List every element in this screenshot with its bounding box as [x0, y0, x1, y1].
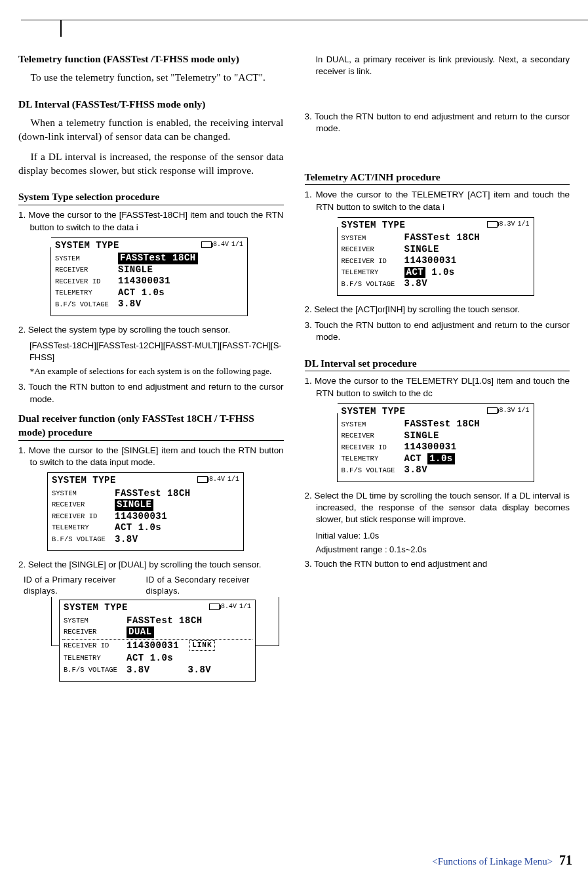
lcd-value: 114300031	[404, 441, 457, 453]
lcd-label: RECEIVER ID	[342, 443, 399, 452]
lcd-label: TELEMETRY	[52, 523, 109, 532]
lcd-title: SYSTEM TYPE	[342, 406, 406, 418]
callout-text: ID of a Primary receiver displays.	[24, 575, 146, 597]
lcd-label: B.F/S VOLTAGE	[55, 300, 113, 309]
lcd-label: RECEIVER	[342, 245, 399, 254]
lcd-value: FASSTest 18CH	[115, 488, 191, 500]
page-number: 71	[559, 853, 572, 867]
paragraph: If a DL interval is increased, the respo…	[18, 150, 284, 178]
lcd-label: RECEIVER ID	[55, 277, 113, 286]
lcd-title: SYSTEM TYPE	[52, 475, 116, 487]
lcd-label: RECEIVER	[64, 628, 121, 636]
lcd-title: SYSTEM TYPE	[342, 220, 406, 232]
lcd-value: 114300031	[118, 276, 170, 287]
step-subtext: [FASSTest-18CH][FASSTest-12CH][FASST-MUL…	[29, 340, 284, 363]
step-text: 3. Touch the RTN button to end adjustmen…	[305, 111, 570, 134]
lcd-value: ACT 1.0s	[127, 653, 173, 665]
battery-indicator: 8.3V1/1	[487, 220, 529, 229]
lcd-label: SYSTEM	[52, 489, 109, 498]
step-subtext: Adjustment range : 0.1s~2.0s	[315, 544, 570, 556]
lcd-label: RECEIVER	[55, 266, 113, 274]
section-title-system-type-proc: System Type selection procedure	[18, 190, 284, 205]
lcd-title: SYSTEM TYPE	[64, 602, 128, 614]
lcd-value: SINGLE	[118, 264, 153, 276]
lcd-value: FASSTest 18CH	[404, 419, 480, 430]
lcd-value: FASSTest 18CH	[404, 232, 480, 244]
step-text: 2. Select the DL time by scrolling the t…	[305, 490, 570, 526]
battery-indicator: 8.4V1/1	[197, 476, 239, 484]
paragraph: When a telemetry function is enabled, th…	[18, 116, 284, 144]
lcd-label: RECEIVER ID	[64, 642, 121, 650]
lcd-label: SYSTEM	[342, 420, 399, 429]
lcd-label: TELEMETRY	[342, 455, 399, 463]
lcd-value: 3.8V	[404, 278, 428, 290]
section-title-dual-rx-proc: Dual receiver function (only FASSTest 18…	[18, 412, 284, 441]
step-text: 1. Move the cursor to the [FASSTest-18CH…	[18, 209, 284, 233]
step-text: 3. Touch the RTN button to end adjustmen…	[305, 319, 570, 343]
section-title-dl-interval: DL Interval (FASSTest/T-FHSS mode only)	[18, 98, 284, 112]
step-subtext: Initial value: 1.0s	[315, 530, 570, 542]
step-text: 2. Select the system type by scrolling t…	[18, 324, 284, 336]
lcd-value: FASSTest 18CH	[127, 615, 203, 627]
step-text: 3. Touch the RTN button to end adjustmen…	[305, 558, 570, 570]
lcd-value-selected: SINGLE	[115, 499, 153, 511]
footnote: *An example of selections for each syste…	[30, 365, 284, 377]
lcd-value: 114300031	[115, 511, 167, 523]
battery-indicator: 8.4V1/1	[201, 241, 243, 249]
step-text: 2. Select the [SINGLE] or [DUAL] by scro…	[18, 559, 284, 571]
lcd-dual-figure: SYSTEM TYPE 8.4V1/1 SYSTEMFASSTest 18CH …	[45, 600, 281, 682]
lcd-screenshot: SYSTEM TYPE 8.3V1/1 SYSTEMFASSTest 18CH …	[338, 403, 534, 482]
lcd-value-selected: FASSTest 18CH	[118, 253, 198, 264]
footer-section-label: <Functions of Linkage Menu>	[432, 856, 553, 867]
lcd-value: 114300031	[127, 640, 179, 652]
section-title-telemetry-act-proc: Telemetry ACT/INH procedure	[305, 171, 570, 186]
lcd-label: SYSTEM	[342, 234, 399, 243]
lcd-value: 114300031	[404, 255, 457, 267]
lcd-title: SYSTEM TYPE	[55, 240, 119, 252]
lcd-label: RECEIVER ID	[342, 257, 399, 266]
lcd-label: SYSTEM	[64, 617, 121, 625]
lcd-label: SYSTEM	[55, 255, 113, 263]
lcd-screenshot: SYSTEM TYPE 8.4V1/1 SYSTEMFASSTest 18CH …	[59, 600, 256, 682]
page-header-rule	[21, 20, 24, 26]
lcd-label: B.F/S VOLTAGE	[64, 666, 121, 674]
callout-text: ID of a Secondary receiver displays.	[146, 575, 277, 597]
step-text: 1. Move the cursor to the [SINGLE] item …	[18, 445, 284, 468]
lcd-value: 3.8V3.8V	[127, 665, 211, 676]
lcd-label: RECEIVER	[52, 501, 109, 509]
section-title-telemetry-fn: Telemetry function (FASSTest /T-FHSS mod…	[18, 52, 284, 67]
lcd-value: ACT 1.0s	[115, 522, 161, 534]
battery-indicator: 8.4V1/1	[209, 603, 251, 611]
lcd-screenshot: SYSTEM TYPE 8.3V1/1 SYSTEMFASSTest 18CH …	[338, 217, 534, 296]
lcd-label: TELEMETRY	[55, 289, 113, 297]
lcd-label: RECEIVER	[342, 432, 399, 440]
lcd-label: B.F/S VOLTAGE	[342, 466, 399, 475]
lcd-label: TELEMETRY	[342, 268, 399, 277]
lcd-value: ACT 1.0s	[404, 453, 455, 465]
step-subtext: In DUAL, a primary receiver is link prev…	[315, 54, 570, 77]
lcd-value: ACT 1.0s	[404, 267, 455, 279]
lcd-value: 3.8V	[115, 534, 138, 546]
lcd-value: 3.8V	[118, 298, 142, 310]
lcd-screenshot: SYSTEM TYPE 8.4V1/1 SYSTEMFASSTest 18CH …	[51, 237, 248, 316]
lcd-label: B.F/S VOLTAGE	[342, 280, 399, 289]
step-text: 2. Select the [ACT]or[INH] by scrolling …	[305, 304, 570, 316]
lcd-value-selected: DUAL	[127, 626, 154, 638]
lcd-label: RECEIVER ID	[52, 512, 109, 521]
step-text: 1. Move the cursor to the TELEMETRY DL[1…	[305, 375, 570, 399]
lcd-value: ACT 1.0s	[118, 287, 165, 299]
step-text: 3. Touch the RTN button to end adjustmen…	[18, 381, 284, 405]
lcd-screenshot: SYSTEM TYPE 8.4V1/1 SYSTEMFASSTest 18CH …	[47, 472, 244, 551]
lcd-value: 3.8V	[404, 464, 428, 476]
lcd-label: TELEMETRY	[64, 654, 121, 663]
page-footer: <Functions of Linkage Menu> 71	[432, 851, 572, 869]
lcd-label: B.F/S VOLTAGE	[52, 535, 109, 544]
lcd-link-label: LINK	[189, 640, 214, 651]
paragraph: To use the telemetry function, set "Tele…	[18, 71, 284, 85]
battery-indicator: 8.3V1/1	[487, 407, 529, 415]
section-title-dl-interval-proc: DL Interval set procedure	[305, 357, 570, 372]
lcd-value: SINGLE	[404, 244, 439, 256]
lcd-value: SINGLE	[404, 430, 439, 442]
step-text: 1. Move the cursor to the TELEMETRY [ACT…	[305, 189, 570, 213]
